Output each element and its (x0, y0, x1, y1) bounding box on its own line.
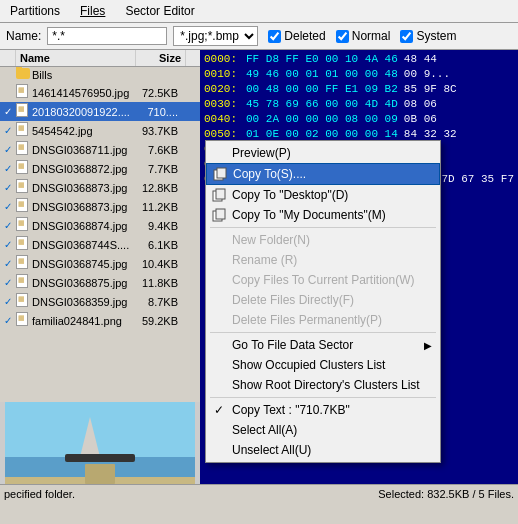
hex-ascii: 48 44 (404, 52, 437, 67)
ctx-show-clusters[interactable]: Show Occupied Clusters List (206, 355, 440, 375)
ctx-separator-3 (210, 397, 436, 398)
table-row[interactable]: ✓ DNSGI0368873.jpg 11.2KB (0, 197, 200, 216)
ctx-copy-to-mydocs[interactable]: Copy To "My Documents"(M) (206, 205, 440, 225)
row-checkbox[interactable]: ✓ (0, 239, 16, 250)
svg-rect-9 (216, 189, 225, 199)
table-row[interactable]: ✓ 20180320091922.... 710.... (0, 102, 200, 121)
ctx-delete-permanently: Delete Files Permanently(P) (206, 310, 440, 330)
row-checkbox[interactable]: ✓ (0, 296, 16, 307)
hex-addr: 0030: (204, 97, 240, 112)
hex-row: 0030: 45 78 69 66 00 00 4D 4D 08 06 (204, 97, 514, 112)
ctx-copy-desktop-label: Copy To "Desktop"(D) (232, 188, 348, 202)
file-name: DNSGI0368872.jpg (32, 163, 132, 175)
ctx-goto-sector[interactable]: Go To File Data Sector ▶ (206, 335, 440, 355)
file-size: 72.5KB (132, 87, 180, 99)
image-icon (16, 122, 32, 139)
hex-row: 0040: 00 2A 00 00 00 08 00 09 0B 06 (204, 112, 514, 127)
ctx-rename-label: Rename (R) (232, 253, 297, 267)
image-icon (16, 103, 32, 120)
image-icon (16, 160, 32, 177)
menu-files[interactable]: Files (74, 2, 111, 20)
svg-rect-7 (217, 168, 226, 178)
hex-addr: 0000: (204, 52, 240, 67)
image-icon (16, 141, 32, 158)
copy-icon (211, 166, 229, 182)
table-row[interactable]: Bills (0, 67, 200, 83)
normal-checkbox[interactable] (336, 30, 349, 43)
image-icon (16, 236, 32, 253)
file-size: 12.8KB (132, 182, 180, 194)
ctx-preview[interactable]: Preview(P) (206, 143, 440, 163)
status-left-text: pecified folder. (4, 488, 75, 500)
ctx-copy-to[interactable]: Copy To(S).... (206, 163, 440, 185)
copy-mydocs-icon (210, 207, 228, 223)
file-size: 59.2KB (132, 315, 180, 327)
ctx-show-clusters-label: Show Occupied Clusters List (232, 358, 385, 372)
table-row[interactable]: ✓ DNSGI0368872.jpg 7.7KB (0, 159, 200, 178)
system-label: System (416, 29, 456, 43)
row-checkbox[interactable]: ✓ (0, 201, 16, 212)
menu-partitions[interactable]: Partitions (4, 2, 66, 20)
menu-sector-editor[interactable]: Sector Editor (119, 2, 200, 20)
hex-ascii: 08 06 (404, 97, 437, 112)
file-name: DNSGI0368875.jpg (32, 277, 132, 289)
check-col-header (0, 50, 16, 66)
hex-row: 0020: 00 48 00 00 FF E1 09 B2 85 9F 8C (204, 82, 514, 97)
row-checkbox[interactable]: ✓ (0, 277, 16, 288)
row-checkbox[interactable]: ✓ (0, 258, 16, 269)
hex-addr: 0020: (204, 82, 240, 97)
filter-dropdown[interactable]: *.jpg;*.bmp (173, 26, 258, 46)
table-row[interactable]: ✓ DNSGI0368745.jpg 10.4KB (0, 254, 200, 273)
ctx-copy-to-label: Copy To(S).... (233, 167, 306, 181)
file-size: 7.7KB (132, 163, 180, 175)
table-row[interactable]: ✓ DNSGI0368874.jpg 9.4KB (0, 216, 200, 235)
ctx-show-root-clusters-label: Show Root Directory's Clusters List (232, 378, 420, 392)
table-row[interactable]: ✓ DNSGI0368744S.... 6.1KB (0, 235, 200, 254)
table-row[interactable]: 1461414576950.jpg 72.5KB (0, 83, 200, 102)
table-row[interactable]: ✓ DNSGI0368359.jpg 8.7KB (0, 292, 200, 311)
ctx-copy-partition: Copy Files To Current Partition(W) (206, 270, 440, 290)
row-checkbox[interactable]: ✓ (0, 220, 16, 231)
ctx-show-root-clusters[interactable]: Show Root Directory's Clusters List (206, 375, 440, 395)
image-icon (16, 312, 32, 329)
hex-bytes: 45 78 69 66 00 00 4D 4D (246, 97, 398, 112)
hex-bytes: 49 46 00 01 01 00 00 48 (246, 67, 398, 82)
ctx-copy-text[interactable]: ✓ Copy Text : "710.7KB" (206, 400, 440, 420)
table-row[interactable]: ✓ DNSGI0368711.jpg 7.6KB (0, 140, 200, 159)
normal-checkbox-group: Normal (336, 29, 391, 43)
file-name: DNSGI0368873.jpg (32, 182, 132, 194)
row-checkbox[interactable]: ✓ (0, 106, 16, 117)
ctx-unselect-all[interactable]: Unselect All(U) (206, 440, 440, 460)
hex-ascii: 85 9F 8C (404, 82, 457, 97)
name-input[interactable] (47, 27, 167, 45)
toolbar: Name: *.jpg;*.bmp Deleted Normal System (0, 23, 518, 50)
file-name: 20180320091922.... (32, 106, 132, 118)
name-label: Name: (6, 29, 41, 43)
row-checkbox[interactable]: ✓ (0, 163, 16, 174)
row-checkbox[interactable]: ✓ (0, 144, 16, 155)
ctx-new-folder: New Folder(N) (206, 230, 440, 250)
image-icon (16, 84, 32, 101)
hex-ascii: 0B 06 (404, 112, 437, 127)
file-name: familia024841.png (32, 315, 132, 327)
table-row[interactable]: ✓ DNSGI0368875.jpg 11.8KB (0, 273, 200, 292)
row-checkbox[interactable]: ✓ (0, 315, 16, 326)
main-content: Name Size Bills 1461414576950.jpg 72.5KB… (0, 50, 518, 502)
table-row[interactable]: ✓ familia024841.png 59.2KB (0, 311, 200, 330)
table-row[interactable]: ✓ 5454542.jpg 93.7KB (0, 121, 200, 140)
ctx-delete-directly-label: Delete Files Directly(F) (232, 293, 354, 307)
row-checkbox[interactable]: ✓ (0, 182, 16, 193)
ctx-select-all[interactable]: Select All(A) (206, 420, 440, 440)
ctx-copy-to-desktop[interactable]: Copy To "Desktop"(D) (206, 185, 440, 205)
file-size: 710.... (132, 106, 180, 118)
ctx-copy-mydocs-label: Copy To "My Documents"(M) (232, 208, 386, 222)
left-panel: Name Size Bills 1461414576950.jpg 72.5KB… (0, 50, 200, 502)
system-checkbox[interactable] (400, 30, 413, 43)
deleted-checkbox[interactable] (268, 30, 281, 43)
status-bar: pecified folder. Selected: 832.5KB / 5 F… (0, 484, 518, 502)
hex-ascii: 00 9... (404, 67, 450, 82)
ctx-delete-directly: Delete Files Directly(F) (206, 290, 440, 310)
row-checkbox[interactable]: ✓ (0, 125, 16, 136)
table-row[interactable]: ✓ DNSGI0368873.jpg 12.8KB (0, 178, 200, 197)
file-size: 6.1KB (132, 239, 180, 251)
